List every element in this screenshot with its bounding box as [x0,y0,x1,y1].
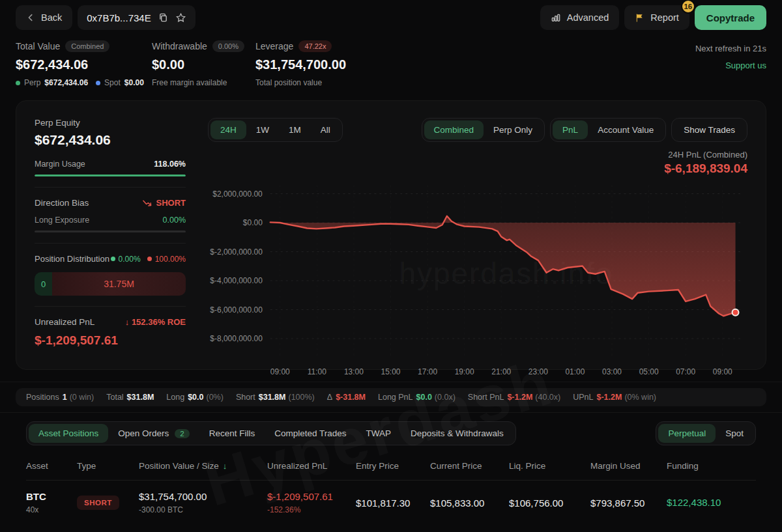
column-header-position-value-size[interactable]: Position Value / Size↓ [139,461,267,471]
tab-completed-trades[interactable]: Completed Trades [265,424,356,443]
perp-equity-value: $672,434.06 [35,132,186,148]
position-row-btc[interactable]: BTC40xSHORT$31,754,700.00-300.00 BTC$-1,… [26,481,756,527]
column-header-funding[interactable]: Funding [667,461,756,471]
stat-withdrawable: Withdrawable 0.00% $0.00 Free margin ava… [152,40,255,87]
mode-combined[interactable]: Combined [424,120,484,139]
report-button[interactable]: Report 16 [624,5,689,30]
perp-value: $672,434.06 [44,78,88,87]
summary-strip-wrap: Positions1(0 win)Total$31.8MLong$0.0(0%)… [0,382,782,413]
divider [35,243,186,244]
summary-item: UPnL$-1.2M(0% win) [573,393,656,402]
stat-total-value: Total Value Combined $672,434.06 Perp $6… [16,40,152,87]
trend-down-icon [143,199,152,207]
tab-asset-positions[interactable]: Asset Positions [29,424,108,443]
report-label: Report [650,12,679,23]
market-spot[interactable]: Spot [716,424,753,443]
refresh-countdown: Next refresh in 21s [695,40,766,57]
svg-text:15:00: 15:00 [381,367,401,376]
combined-badge: Combined [65,40,109,52]
mode-toggle-group: CombinedPerp Only [422,118,545,142]
refresh-info: Next refresh in 21s Support us [695,40,766,74]
spot-value: $0.00 [124,78,144,87]
roe-value: ↓ 152.36% ROE [125,317,186,327]
column-header-margin-used[interactable]: Margin Used [590,461,667,471]
range-all[interactable]: All [311,120,340,139]
spot-dot-icon [96,81,100,85]
positions-table: AssetTypePosition Value / Size↓Unrealize… [26,456,756,527]
type-cell: SHORT [77,496,139,510]
svg-text:$-2,000,000.00: $-2,000,000.00 [210,247,263,256]
account-sidebar: Perp Equity $672,434.06 Margin Usage 118… [35,118,186,361]
withdrawable-sub: Free margin available [152,78,255,87]
column-header-entry-price[interactable]: Entry Price [356,461,430,471]
svg-text:17:00: 17:00 [418,367,437,376]
show-trades-group: Show Trades [671,118,747,142]
support-us-link[interactable]: Support us [695,57,766,74]
svg-text:$2,000,000.00: $2,000,000.00 [212,189,263,198]
unrealized-pnl-label: Unrealized PnL [35,317,94,327]
svg-text:13:00: 13:00 [344,367,364,376]
pnl-caption: 24H PnL (Combined) [208,150,747,160]
pnl-chart[interactable]: 09:0011:0013:0015:0017:0019:0021:0023:00… [208,176,747,378]
svg-text:09:00: 09:00 [713,367,732,376]
range-24h[interactable]: 24H [210,120,246,139]
column-header-type[interactable]: Type [77,461,139,471]
total-value-label: Total Value [16,41,60,51]
svg-text:05:00: 05:00 [639,367,659,376]
column-header-liq-price[interactable]: Liq. Price [509,461,590,471]
margin-usage-bar [35,175,186,176]
copytrade-button[interactable]: Copytrade [695,5,766,30]
range-1w[interactable]: 1W [246,120,279,139]
tab-twap[interactable]: TWAP [356,424,401,443]
column-header-unrealized-pnl[interactable]: Unrealized PnL [267,461,356,471]
last-point-marker [732,309,739,316]
market-toggle-group: PerpetualSpot [656,421,756,445]
positions-summary-bar: Positions1(0 win)Total$31.8MLong$0.0(0%)… [16,388,766,406]
long-pct: 0.00% [111,255,141,264]
tab-open-orders[interactable]: Open Orders2 [108,424,199,443]
svg-text:21:00: 21:00 [491,367,511,376]
distribution-short-segment: 31.75M [52,272,186,296]
time-range-group: 24H1W1MAll [208,118,343,142]
tab-deposits-withdrawals[interactable]: Deposits & Withdrawals [401,424,514,443]
perp-label: Perp [24,78,40,87]
current-price-cell: $105,833.00 [430,497,509,509]
mode-perp-only[interactable]: Perp Only [484,120,542,139]
metric-pnl[interactable]: PnL [553,120,588,139]
svg-text:23:00: 23:00 [529,367,548,376]
header-stats: Total Value Combined $672,434.06 Perp $6… [0,30,782,87]
metric-account-value[interactable]: Account Value [588,120,663,139]
summary-item: Short PnL$-1.2M(40.0x) [468,393,560,402]
summary-item: Long$0.0(0%) [166,393,224,402]
tab-recent-fills[interactable]: Recent Fills [199,424,265,443]
withdrawable-badge: 0.00% [212,40,244,52]
wallet-address-pill[interactable]: 0x7B7b...734E [78,5,195,30]
short-dot-icon [147,257,152,261]
star-icon[interactable] [175,12,186,23]
copy-icon[interactable] [158,12,168,23]
summary-item: Long PnL$0.0(0.0x) [378,393,456,402]
summary-item: Positions1(0 win) [26,393,94,402]
column-header-current-price[interactable]: Current Price [430,461,509,471]
svg-text:$-6,000,000.00: $-6,000,000.00 [210,305,263,314]
direction-bias-label: Direction Bias [35,198,89,208]
sort-desc-icon: ↓ [223,461,227,471]
summary-item: Total$31.8M [106,393,154,402]
advanced-button[interactable]: Advanced [540,5,620,30]
range-1m[interactable]: 1M [279,120,311,139]
back-button[interactable]: Back [16,5,72,30]
svg-text:01:00: 01:00 [565,367,585,376]
show-trades-button[interactable]: Show Trades [674,120,745,139]
margin-usage-label: Margin Usage [35,160,85,169]
positions-tabs: Asset PositionsOpen Orders2Recent FillsC… [26,421,516,445]
metric-toggle-group: PnLAccount Value [550,118,666,142]
long-dot-icon [111,257,115,261]
unrealized-pnl-value: $-1,209,507.61 [35,333,186,348]
back-label: Back [41,12,62,23]
svg-text:09:00: 09:00 [270,367,290,376]
spot-label: Spot [104,78,121,87]
margin-used-cell: $793,867.50 [590,497,667,509]
leverage-badge: 47.22x [298,40,332,52]
market-perpetual[interactable]: Perpetual [658,424,716,443]
column-header-asset[interactable]: Asset [26,461,77,471]
